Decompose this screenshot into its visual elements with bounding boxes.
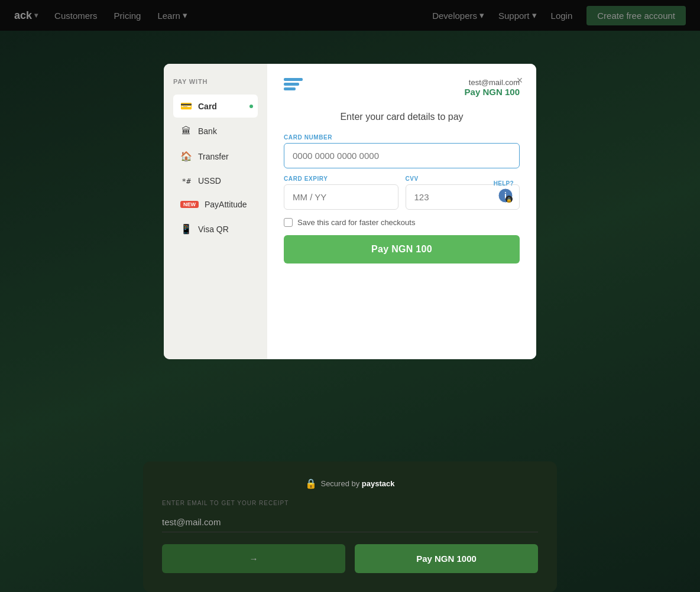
logo-bar-1 xyxy=(284,78,303,81)
transfer-icon: 🏠 xyxy=(180,151,192,162)
sidebar-item-bank[interactable]: 🏛 Bank xyxy=(173,120,258,142)
modal-body: PAY WITH 💳 Card 🏛 Bank 🏠 Transfer *# USS… xyxy=(164,64,536,359)
expiry-cvv-row: CARD EXPIRY CVV HELP? i 🔒 xyxy=(284,175,520,210)
secured-row: 🔒 Secured by paystack xyxy=(162,478,538,489)
save-card-checkbox[interactable] xyxy=(284,218,293,227)
modal-close-button[interactable]: × xyxy=(511,72,528,89)
paystack-logo xyxy=(284,78,303,90)
cvv-info-icon: i 🔒 xyxy=(497,187,514,204)
email-receipt-label: ENTER EMAIL TO GET YOUR RECEIPT xyxy=(162,500,538,506)
sidebar-card-label: Card xyxy=(198,102,217,111)
sidebar-item-ussd[interactable]: *# USSD xyxy=(173,170,258,191)
logo-bar-3 xyxy=(284,87,296,90)
ussd-icon: *# xyxy=(180,177,192,186)
modal-header: test@mail.com Pay NGN 100 xyxy=(284,78,520,97)
card-number-group: CARD NUMBER xyxy=(284,134,520,168)
save-card-row: Save this card for faster checkouts xyxy=(284,218,520,227)
bottom-panel: 🔒 Secured by paystack ENTER EMAIL TO GET… xyxy=(143,461,557,592)
email-receipt-input[interactable] xyxy=(162,512,538,532)
bank-icon: 🏛 xyxy=(180,126,192,136)
new-badge: NEW xyxy=(180,201,199,208)
sidebar-item-card[interactable]: 💳 Card xyxy=(173,95,258,118)
pay-button[interactable]: Pay NGN 100 xyxy=(284,235,520,264)
payment-modal: PAY WITH 💳 Card 🏛 Bank 🏠 Transfer *# USS… xyxy=(164,64,536,359)
card-form-title: Enter your card details to pay xyxy=(284,112,520,122)
bottom-pay-button[interactable]: Pay NGN 1000 xyxy=(355,544,538,573)
cvv-help-link[interactable]: HELP? xyxy=(494,180,514,187)
pay-with-label: PAY WITH xyxy=(173,78,258,85)
sidebar-item-visaqr[interactable]: 📱 Visa QR xyxy=(173,217,258,240)
header-amount: Pay NGN 100 xyxy=(465,87,520,97)
expiry-input[interactable] xyxy=(284,184,398,210)
save-card-label: Save this card for faster checkouts xyxy=(297,218,415,227)
sidebar-payattitude-label: PayAttitude xyxy=(205,200,247,209)
sidebar-transfer-label: Transfer xyxy=(198,152,229,161)
sidebar-bank-label: Bank xyxy=(198,126,217,136)
lock-icon: 🔒 xyxy=(305,478,317,489)
svg-text:🔒: 🔒 xyxy=(506,197,512,203)
bottom-buttons: → Pay NGN 1000 xyxy=(162,544,538,573)
sidebar-item-transfer[interactable]: 🏠 Transfer xyxy=(173,145,258,168)
sidebar-ussd-label: USSD xyxy=(198,176,221,186)
modal-main: test@mail.com Pay NGN 100 × Enter your c… xyxy=(267,64,536,359)
visaqr-icon: 📱 xyxy=(180,223,192,235)
sidebar-item-payattitude[interactable]: NEW PayAttitude xyxy=(173,194,258,215)
expiry-group: CARD EXPIRY xyxy=(284,175,398,210)
expiry-label: CARD EXPIRY xyxy=(284,175,398,182)
logo-bar-2 xyxy=(284,83,299,86)
card-icon: 💳 xyxy=(180,100,192,112)
secured-text: Secured by paystack xyxy=(320,479,394,488)
card-number-label: CARD NUMBER xyxy=(284,134,520,141)
arrow-icon: → xyxy=(249,554,258,564)
card-number-input[interactable] xyxy=(284,143,520,168)
payment-sidebar: PAY WITH 💳 Card 🏛 Bank 🏠 Transfer *# USS… xyxy=(164,64,267,359)
bottom-left-button[interactable]: → xyxy=(162,544,345,573)
cvv-group: CVV HELP? i 🔒 xyxy=(406,175,520,210)
sidebar-visaqr-label: Visa QR xyxy=(198,225,229,234)
